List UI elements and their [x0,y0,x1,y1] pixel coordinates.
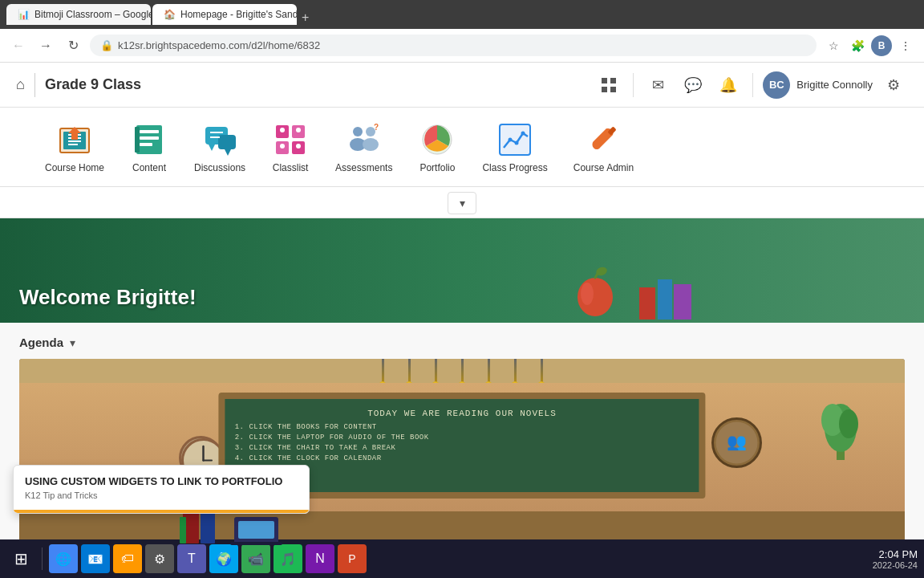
nav-item-class-progress[interactable]: Class Progress [469,114,560,180]
svg-point-28 [296,128,301,132]
tab1-favicon: 📊 [18,9,30,20]
svg-rect-60 [201,509,215,543]
tab2-label: Homepage - Brigitte's Sandbox [180,9,297,20]
taskbar-app-unknown1[interactable]: 🏷 [113,544,142,573]
books-decoration [635,271,699,323]
svg-rect-47 [658,279,672,320]
nav-label-classlist: Classlist [273,162,309,173]
toast-content: USING CUSTOM WIDGETS TO LINK TO PORTFOLI… [14,466,309,510]
agenda-title: Agenda [19,336,63,349]
nav-item-portfolio[interactable]: Portfolio [405,114,469,180]
taskbar-app-settings[interactable]: ⚙ [145,544,174,573]
svg-rect-11 [71,133,78,140]
nav-label-course-admin: Course Admin [573,162,634,173]
agenda-chevron[interactable]: ▾ [70,336,75,349]
notification-icon-button[interactable]: 🔔 [714,71,743,100]
chalkboard-list: Click the books for content Click the la… [234,423,689,465]
classlist-icon [271,120,310,159]
svg-rect-37 [500,124,530,155]
taskbar-app-spotify[interactable]: 🎵 [274,544,302,573]
extensions-button[interactable]: 🧩 [847,35,868,56]
chalk-item-3: Click the chair to take a break [249,444,689,452]
nav-chevron-row: ▾ [0,187,924,218]
svg-rect-2 [602,87,607,92]
nav-item-course-home[interactable]: Course Home [32,114,117,180]
svg-point-39 [515,141,519,145]
taskbar-app-powerpoint[interactable]: P [338,544,367,573]
taskbar-app-meet[interactable]: 📹 [241,544,270,573]
nav-item-discussions[interactable]: Discussions [181,114,258,180]
nav-icons-bar: Course Home Content [0,108,924,187]
taskbar: ⊞ 🌐 📧 🏷 ⚙ T 🌍 📹 🎵 N P 2:04 PM 2022-06-24 [0,539,924,578]
header-divider [34,73,35,97]
plant-decoration [821,388,861,463]
taskbar-app-chrome[interactable]: 🌐 [49,544,78,573]
mail-icon-button[interactable]: ✉ [643,71,672,100]
menu-button[interactable]: ⋮ [895,35,916,56]
user-name[interactable]: Brigitte Connolly [796,79,873,91]
svg-rect-14 [140,136,159,140]
welcome-text: Welcome Brigitte! [0,272,216,323]
content-icon [130,120,168,159]
lms-home-icon[interactable]: ⌂ [16,76,25,93]
browser-toolbar: ← → ↻ 🔒 k12sr.brightspacedemo.com/d2l/ho… [0,29,924,63]
header-actions: ✉ 💬 🔔 BC Brigitte Connolly ⚙ [594,71,908,100]
nav-label-content: Content [132,162,166,173]
time-display: 2:04 PM 2022-06-24 [873,548,918,570]
svg-marker-20 [225,149,231,156]
taskbar-sep1 [42,547,43,570]
svg-rect-19 [218,135,236,149]
taskbar-app-browser2[interactable]: 🌍 [209,544,238,573]
discussions-icon [201,120,239,159]
toast-progress-bar [14,510,309,513]
header-vert-divider [633,73,634,97]
tab1-label: Bitmoji Classroom – Google Sli... [34,9,151,20]
new-tab-button[interactable]: + [298,10,312,25]
refresh-button[interactable]: ↻ [63,35,83,56]
chat-icon-button[interactable]: 💬 [679,71,707,100]
user-avatar[interactable]: BC [763,71,790,99]
svg-point-38 [509,138,513,142]
settings-icon-button[interactable]: ⚙ [879,71,908,100]
browser-actions: ☆ 🧩 B ⋮ [823,35,916,56]
address-bar[interactable]: 🔒 k12sr.brightspacedemo.com/d2l/home/683… [90,35,817,56]
nav-label-discussions: Discussions [194,162,245,173]
clock-time: 2:04 PM [873,548,918,560]
svg-rect-63 [238,521,274,539]
classroom-widget: Today we are reading our novels Click th… [19,359,905,552]
chalk-item-2: Click the laptop for audio of the book [249,434,689,442]
svg-point-41 [594,143,600,149]
profile-button[interactable]: B [871,35,892,56]
clock-date: 2022-06-24 [873,560,918,570]
svg-point-27 [280,128,285,132]
taskbar-app-teams[interactable]: T [177,544,206,573]
toast-notification[interactable]: USING CUSTOM WIDGETS TO LINK TO PORTFOLI… [13,465,310,514]
classroom-image: Today we are reading our novels Click th… [19,359,905,552]
nav-label-assessments: Assessments [335,162,392,173]
svg-text:?: ? [374,123,379,132]
taskbar-app-outlook[interactable]: 📧 [81,544,110,573]
svg-marker-18 [209,144,215,151]
nav-item-assessments[interactable]: ? Assessments [322,114,405,180]
forward-button[interactable]: → [35,35,56,56]
svg-point-31 [353,127,363,136]
browser-tab-2[interactable]: 🏠 Homepage - Brigitte's Sandbox ✕ [152,4,297,25]
taskbar-start-button[interactable]: ⊞ [6,544,35,573]
svg-rect-3 [610,87,616,92]
back-button[interactable]: ← [8,35,29,56]
nav-expand-chevron[interactable]: ▾ [448,192,476,214]
nav-label-portfolio: Portfolio [419,162,455,173]
browser-tab-1[interactable]: 📊 Bitmoji Classroom – Google Sli... ✕ [6,4,151,25]
taskbar-app-onenote[interactable]: N [306,544,334,573]
svg-rect-0 [602,78,607,83]
url-text: k12sr.brightspacedemo.com/d2l/home/6832 [118,39,320,51]
grid-icon-button[interactable] [594,71,623,100]
nav-item-course-admin[interactable]: Course Admin [561,114,646,180]
welcome-banner: Welcome Brigitte! [0,218,924,323]
class-progress-icon [496,120,534,159]
nav-item-classlist[interactable]: Classlist [258,114,322,180]
nav-item-content[interactable]: Content [117,114,181,180]
apple-decoration [571,263,619,323]
bookmark-button[interactable]: ☆ [823,35,844,56]
chalkboard-title: Today we are reading our novels [234,409,689,418]
